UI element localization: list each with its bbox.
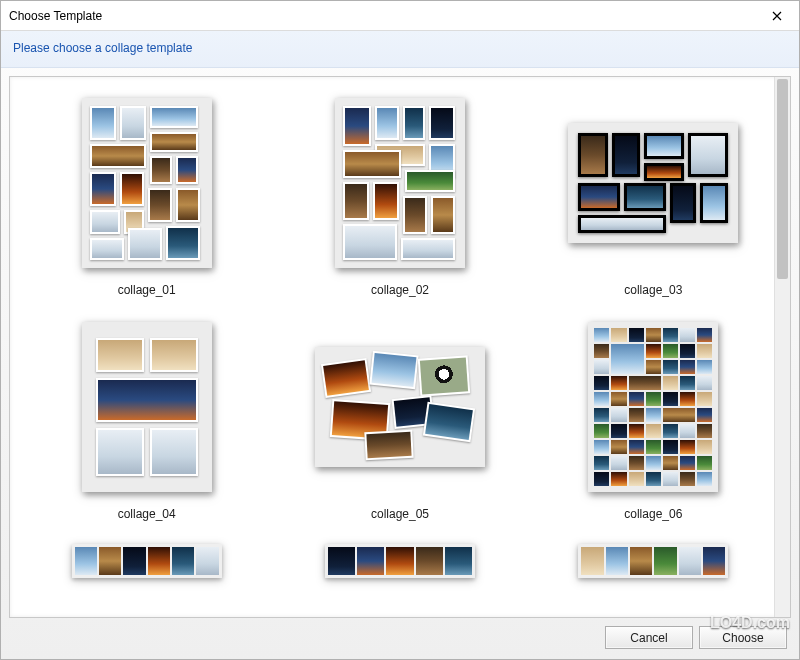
template-item[interactable]: collage_05 bbox=[283, 307, 516, 521]
template-item[interactable]: collage_09 bbox=[537, 531, 770, 581]
template-thumbnail bbox=[62, 317, 232, 497]
dialog-button-row: Cancel Choose bbox=[9, 618, 791, 651]
template-label: collage_01 bbox=[118, 283, 176, 297]
cancel-button[interactable]: Cancel bbox=[605, 626, 693, 649]
gallery-viewport: collage_01 bbox=[10, 77, 774, 617]
template-gallery: collage_01 bbox=[9, 76, 791, 618]
template-thumbnail bbox=[315, 93, 485, 273]
close-button[interactable] bbox=[754, 1, 799, 31]
dialog-window: Choose Template Please choose a collage … bbox=[0, 0, 800, 660]
template-label: collage_02 bbox=[371, 283, 429, 297]
template-label: collage_06 bbox=[624, 507, 682, 521]
template-item[interactable]: collage_01 bbox=[30, 83, 263, 297]
template-item[interactable]: collage_03 bbox=[537, 83, 770, 297]
template-thumbnail bbox=[62, 541, 232, 581]
template-grid: collage_01 bbox=[30, 83, 770, 581]
template-item[interactable]: collage_07 bbox=[30, 531, 263, 581]
gallery-scrollbar[interactable] bbox=[774, 77, 790, 617]
choose-button-label: Choose bbox=[722, 631, 763, 645]
scrollbar-thumb[interactable] bbox=[777, 79, 788, 279]
template-item[interactable]: collage_02 bbox=[283, 83, 516, 297]
template-item[interactable]: collage_08 bbox=[283, 531, 516, 581]
template-label: collage_03 bbox=[624, 283, 682, 297]
template-thumbnail bbox=[568, 93, 738, 273]
choose-button[interactable]: Choose bbox=[699, 626, 787, 649]
instruction-text: Please choose a collage template bbox=[13, 41, 192, 55]
close-icon bbox=[772, 11, 782, 21]
title-bar: Choose Template bbox=[1, 1, 799, 31]
template-item[interactable]: collage_04 bbox=[30, 307, 263, 521]
mosaic-canvas bbox=[588, 322, 718, 492]
cancel-button-label: Cancel bbox=[630, 631, 667, 645]
template-thumbnail bbox=[62, 93, 232, 273]
template-item[interactable]: collage_06 bbox=[537, 307, 770, 521]
template-thumbnail bbox=[568, 317, 738, 497]
template-thumbnail bbox=[568, 541, 738, 581]
template-label: collage_05 bbox=[371, 507, 429, 521]
template-thumbnail bbox=[315, 541, 485, 581]
template-thumbnail bbox=[315, 317, 485, 497]
instruction-bar: Please choose a collage template bbox=[1, 31, 799, 68]
dialog-body: collage_01 bbox=[1, 68, 799, 659]
template-label: collage_04 bbox=[118, 507, 176, 521]
window-title: Choose Template bbox=[9, 9, 102, 23]
